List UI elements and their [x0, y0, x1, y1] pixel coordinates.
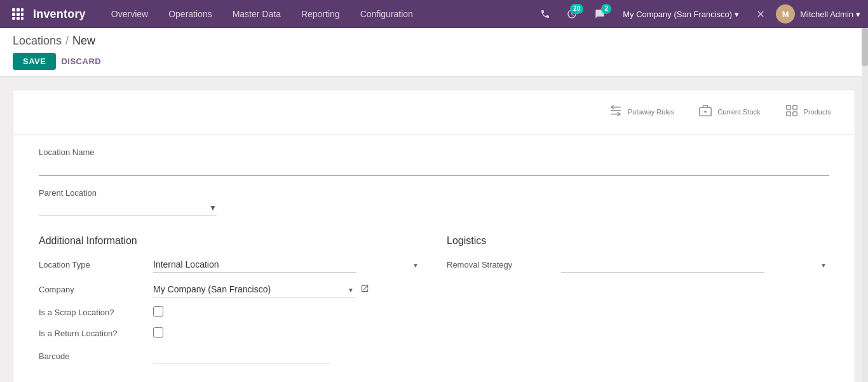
products-label: Products: [804, 108, 831, 116]
svg-rect-7: [17, 17, 20, 20]
breadcrumb-parent[interactable]: Locations: [13, 34, 62, 48]
breadcrumb-separator: /: [65, 34, 69, 48]
logistics-title: Logistics: [447, 235, 829, 247]
svg-rect-4: [17, 13, 20, 16]
location-type-field: Internal Location Vendor Location Custom…: [153, 257, 421, 273]
scrollbar-thumb[interactable]: [862, 28, 868, 66]
form-body: Location Name Parent Location ▼ Addition…: [13, 135, 855, 382]
svg-rect-8: [21, 17, 24, 20]
svg-rect-5: [21, 13, 24, 16]
location-type-chevron-icon: ▼: [412, 261, 419, 268]
location-name-group: Location Name: [39, 147, 829, 175]
scrap-location-checkbox[interactable]: [153, 306, 163, 317]
smart-buttons-bar: Putaway Rules Current Stock: [13, 90, 855, 135]
return-location-checkbox[interactable]: [153, 327, 163, 338]
svg-rect-2: [21, 8, 24, 11]
topnav-right: 20 2 My Company (San Francisco) ▾ M Mitc…: [535, 4, 860, 24]
user-chevron-icon: ▾: [856, 10, 860, 19]
parent-location-chevron-icon[interactable]: ▼: [209, 203, 217, 212]
location-type-label: Location Type: [39, 260, 153, 269]
barcode-input[interactable]: [153, 348, 331, 364]
barcode-field: [153, 348, 421, 364]
subheader: Locations / New SAVE DISCARD: [0, 28, 868, 77]
scrap-location-field: [153, 306, 421, 318]
current-stock-text: Current Stock: [717, 108, 760, 116]
company-select-wrap: My Company (San Francisco) ▼: [153, 282, 356, 297]
barcode-label: Barcode: [39, 351, 153, 361]
return-location-field: [153, 327, 421, 339]
removal-strategy-chevron-icon: ▼: [820, 261, 827, 268]
svg-rect-1: [17, 8, 20, 11]
clock-badge-button[interactable]: 20: [560, 4, 583, 24]
discard-button[interactable]: DISCARD: [61, 57, 101, 66]
return-location-row: Is a Return Location?: [39, 327, 421, 339]
products-button[interactable]: Products: [774, 98, 842, 126]
additional-info-title: Additional Information: [39, 235, 421, 247]
avatar[interactable]: M: [776, 4, 795, 24]
company-label: Company: [39, 285, 153, 294]
additional-info-section: Additional Information Location Type Int…: [39, 235, 421, 382]
menu-item-operations[interactable]: Operations: [158, 0, 222, 28]
svg-rect-14: [786, 112, 790, 116]
top-navigation: Inventory Overview Operations Master Dat…: [0, 0, 868, 28]
location-name-label: Location Name: [39, 147, 829, 157]
menu-item-overview[interactable]: Overview: [101, 0, 158, 28]
company-select-row: My Company (San Francisco) ▼: [153, 282, 421, 297]
current-stock-icon: [698, 104, 712, 121]
company-selector[interactable]: My Company (San Francisco) ▾: [616, 10, 745, 19]
chat-badge-button[interactable]: 2: [588, 4, 611, 24]
logistics-section: Logistics Removal Strategy First In Firs…: [447, 235, 829, 382]
svg-rect-0: [12, 8, 15, 11]
company-chevron-icon: ▾: [735, 10, 739, 19]
parent-location-label: Parent Location: [39, 188, 829, 198]
chat-badge-count: 2: [601, 4, 611, 14]
app-title: Inventory: [33, 8, 86, 21]
breadcrumb: Locations / New: [13, 34, 855, 48]
two-column-section: Additional Information Location Type Int…: [39, 235, 829, 382]
grid-menu-icon[interactable]: [8, 4, 28, 24]
company-external-link-icon[interactable]: [360, 284, 369, 295]
save-button[interactable]: SAVE: [13, 53, 56, 70]
current-stock-label: Current Stock: [717, 108, 760, 116]
location-type-select-wrap: Internal Location Vendor Location Custom…: [153, 257, 421, 273]
scrollbar-track: [862, 28, 868, 382]
company-name-text: My Company (San Francisco): [623, 10, 732, 19]
phone-icon[interactable]: [535, 4, 555, 24]
parent-location-group: Parent Location ▼: [39, 188, 829, 216]
close-icon[interactable]: [750, 4, 771, 24]
removal-strategy-row: Removal Strategy First In First Out (FIF…: [447, 257, 829, 273]
menu-item-reporting[interactable]: Reporting: [291, 0, 350, 28]
menu-item-master-data[interactable]: Master Data: [222, 0, 291, 28]
putaway-rules-icon: [609, 104, 623, 121]
company-select[interactable]: My Company (San Francisco): [153, 282, 356, 297]
products-icon: [785, 104, 799, 121]
main-menu: Overview Operations Master Data Reportin…: [101, 0, 535, 28]
location-type-select[interactable]: Internal Location Vendor Location Custom…: [153, 257, 356, 273]
location-name-input[interactable]: [39, 160, 829, 175]
removal-strategy-label: Removal Strategy: [447, 260, 561, 269]
scrap-location-row: Is a Scrap Location?: [39, 306, 421, 318]
parent-location-input[interactable]: [39, 203, 207, 213]
svg-rect-3: [12, 13, 15, 16]
scrap-location-label: Is a Scrap Location?: [39, 308, 153, 317]
putaway-rules-text: Putaway Rules: [628, 108, 674, 116]
svg-rect-6: [12, 17, 15, 20]
return-location-label: Is a Return Location?: [39, 329, 153, 338]
svg-rect-13: [792, 106, 796, 109]
company-row: Company My Company (San Francisco) ▼: [39, 282, 421, 297]
removal-strategy-select[interactable]: First In First Out (FIFO) Last In First …: [561, 257, 764, 273]
menu-item-configuration[interactable]: Configuration: [350, 0, 423, 28]
action-bar: SAVE DISCARD: [13, 53, 855, 76]
main-content: Putaway Rules Current Stock: [0, 77, 868, 382]
products-text: Products: [804, 108, 831, 116]
removal-strategy-select-wrap: First In First Out (FIFO) Last In First …: [561, 257, 829, 273]
current-stock-button[interactable]: Current Stock: [688, 98, 771, 126]
user-name-text[interactable]: Mitchell Admin ▾: [800, 10, 860, 19]
svg-rect-12: [786, 106, 790, 109]
putaway-rules-button[interactable]: Putaway Rules: [598, 98, 685, 126]
location-type-row: Location Type Internal Location Vendor L…: [39, 257, 421, 273]
putaway-rules-label: Putaway Rules: [628, 108, 674, 116]
parent-location-row: ▼: [39, 200, 217, 216]
breadcrumb-current: New: [72, 34, 95, 48]
removal-strategy-field: First In First Out (FIFO) Last In First …: [561, 257, 829, 273]
